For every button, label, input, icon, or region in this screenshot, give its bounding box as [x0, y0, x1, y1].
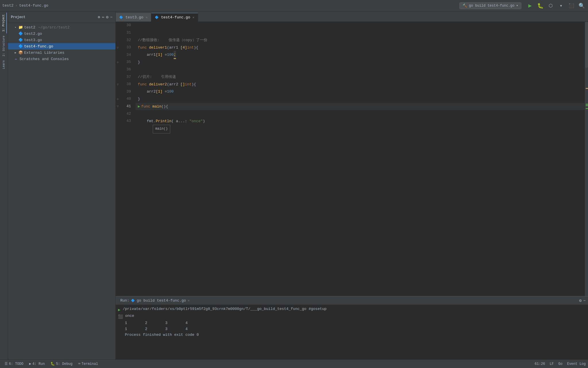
profile-dropdown-button[interactable]: ▾: [557, 2, 565, 10]
fold-35[interactable]: ⊖: [116, 59, 120, 66]
tab-test3go[interactable]: 🔷 test3.go ✕: [116, 13, 151, 22]
debug-button[interactable]: 🐛: [536, 2, 544, 10]
collapse-icon[interactable]: ⇔: [102, 15, 104, 20]
comment-32: //数组接收: 值传递（copy）了一份: [138, 37, 207, 44]
fold-38[interactable]: ▽: [116, 81, 120, 88]
tab-close-test3[interactable]: ✕: [146, 16, 148, 19]
punct-34: =: [163, 51, 167, 59]
paren-40: }: [138, 95, 140, 103]
todo-label: 6: TODO: [9, 362, 23, 366]
line-30: 30: [120, 22, 133, 29]
paren-38b: ){: [192, 81, 196, 88]
status-encoding: LF: [550, 362, 554, 366]
run-button[interactable]: ▶: [526, 2, 534, 10]
tree-label-test2go: test2.go: [24, 32, 42, 36]
tree-item-project-root[interactable]: ▾ 📁 test2 ~/go/src/test2: [8, 24, 115, 30]
scratch-icon: ✏: [14, 57, 18, 61]
output-exit: Process finished with exit code 0: [118, 332, 586, 338]
stop-button[interactable]: ⬛: [567, 2, 575, 10]
code-area[interactable]: //数组接收: 值传递（copy）了一份 func deliver1(arr1 …: [136, 22, 585, 296]
activity-structure[interactable]: 2: Structure: [1, 34, 7, 58]
todo-icon: ☰: [5, 362, 8, 366]
line-41: 41: [120, 103, 133, 110]
run-arrow-console: ▶: [118, 307, 120, 313]
output-stop-line: ⬛ once: [118, 313, 586, 320]
tab-test4funcgo[interactable]: 🔷 test4-func.go ✕: [151, 13, 198, 22]
settings-bottom-icon[interactable]: ⚙: [579, 298, 581, 303]
run-arrow-41[interactable]: ▶: [138, 103, 140, 110]
code-line-31: [136, 29, 585, 37]
folder-icon: 📁: [18, 25, 23, 30]
run-tab[interactable]: Run: 🔷 go build test4-func.go ✕: [118, 296, 192, 305]
sidebar-actions: ⊕ ⇔ ⚙ −: [98, 15, 113, 20]
status-eventlog[interactable]: Event Log: [567, 362, 586, 366]
line-33: 33: [120, 44, 133, 51]
right-gutter[interactable]: [585, 22, 588, 296]
tree-arrow-root: ▾: [14, 26, 17, 29]
footer-tab-run[interactable]: ▶ 4: Run: [27, 362, 47, 366]
fold-41[interactable]: ▽: [116, 103, 120, 110]
code-line-32: //数组接收: 值传递（copy）了一份: [136, 37, 585, 44]
bracket-34: [1]: [156, 51, 162, 59]
paren-33: (arr1: [167, 44, 180, 51]
tree-item-test3go[interactable]: 🔷 test3.go: [8, 37, 115, 43]
tree-item-test4funcgo[interactable]: 🔷 test4-func.go: [8, 43, 115, 49]
run-config-chevron[interactable]: ▾: [516, 3, 518, 8]
go-file-icon-2: 🔷: [18, 38, 23, 42]
tree-item-test2go[interactable]: 🔷 test2.go: [8, 30, 115, 37]
autocomplete-line: main(): [153, 125, 585, 132]
line-numbers: 30 31 32 33 34 35 36 37 38 39 40 41 42 4…: [120, 22, 136, 296]
activity-project[interactable]: 1: Project: [1, 13, 7, 33]
kw-func-41: func: [141, 103, 152, 110]
line-31: 31: [120, 29, 133, 37]
run-config-dropdown[interactable]: 🔨 go build test4-func.go ▾: [459, 2, 521, 9]
scrollbar-thumb[interactable]: [585, 22, 588, 68]
footer-tab-terminal[interactable]: ⌨ Terminal: [76, 362, 100, 366]
tab-close-test4[interactable]: ✕: [192, 16, 194, 19]
minimize-icon[interactable]: −: [110, 15, 113, 20]
project-name[interactable]: test2: [2, 3, 13, 8]
line-39: 39: [120, 88, 133, 95]
paren-41: (){: [161, 103, 168, 110]
footer-tab-debug[interactable]: 🐛 5: Debug: [48, 362, 75, 366]
comment-37: //切片: 引用传递: [138, 73, 176, 81]
autocomplete-text: main(): [155, 127, 168, 131]
tree-item-external-libs[interactable]: ▶ 📦 External Libraries: [8, 49, 115, 56]
paren-38: (arr2: [167, 81, 180, 88]
fold-40[interactable]: ⊖: [116, 95, 120, 103]
go-file-icon-3: 🔷: [18, 44, 23, 49]
kw-func-38: func: [138, 81, 149, 88]
tree-item-scratches[interactable]: ✏ Scratches and Consoles: [8, 56, 115, 62]
run-tab-close[interactable]: ✕: [188, 299, 190, 302]
fn-deliver1: deliver1: [149, 44, 167, 51]
activity-learn[interactable]: Learn: [1, 59, 7, 71]
title-bar-left: test2 › test4-func.go: [2, 3, 48, 8]
gutter-mark-green-3: [586, 108, 588, 109]
line-35: 35: [120, 59, 133, 66]
code-line-43: fmt.Println( a...: "once"): [136, 118, 585, 125]
line-32: 32: [120, 37, 133, 44]
tab-label-test4: test4-func.go: [161, 15, 190, 20]
bottom-tab-actions: ⚙ −: [579, 298, 586, 303]
footer-tab-todo[interactable]: ☰ 6: TODO: [2, 362, 26, 366]
coverage-button[interactable]: ⬡: [547, 2, 555, 10]
bracket-33: [4]: [180, 44, 187, 51]
tab-icon-test4: 🔷: [155, 16, 159, 19]
kw-int-33: int: [187, 44, 194, 51]
status-filetype: Go: [558, 362, 562, 366]
gutter-mark-yellow: [586, 88, 588, 89]
tree-label-test4funcgo: test4-func.go: [24, 44, 53, 49]
fold-gutter: ▽ ⊖ ▽ ⊖ ▽: [116, 22, 120, 296]
search-icon[interactable]: 🔍: [578, 2, 586, 10]
debug-footer-icon: 🐛: [51, 362, 55, 366]
punct-39: =: [163, 88, 167, 95]
new-file-icon[interactable]: ⊕: [98, 15, 100, 20]
settings-icon[interactable]: ⚙: [106, 15, 108, 20]
minimize-bottom-icon[interactable]: −: [583, 298, 586, 303]
autocomplete-popup[interactable]: main(): [153, 125, 170, 133]
editor-split: ▽ ⊖ ▽ ⊖ ▽ 30 31 32 33 34 35 36: [116, 22, 588, 296]
code-line-37: //切片: 引用传递: [136, 73, 585, 81]
str-once: "once": [189, 118, 203, 125]
var-arr1: arr1: [138, 51, 156, 59]
fold-33[interactable]: ▽: [116, 44, 120, 51]
